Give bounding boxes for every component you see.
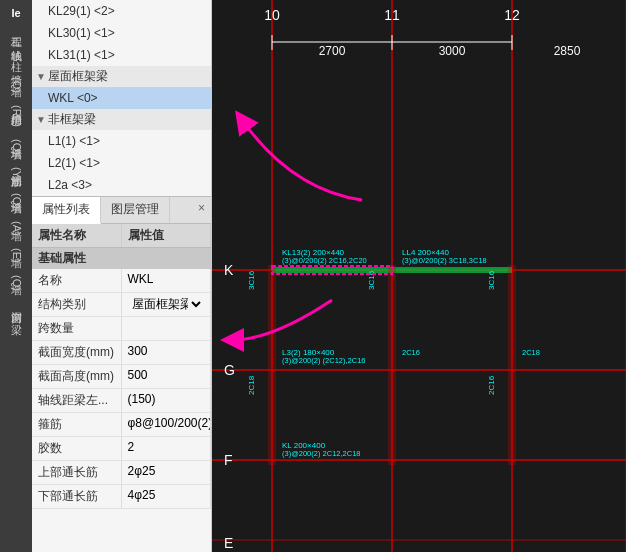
tree-section-nonframe[interactable]: ▼ 非框架梁 <box>32 109 211 130</box>
props-row-span: 跨数量 <box>32 317 211 341</box>
tab-prop-list[interactable]: 属性列表 <box>32 197 101 224</box>
props-row-stirrup: 箍筋 φ8@100/200(2) <box>32 413 211 437</box>
sidebar-item-wall-e[interactable]: 墙(E) <box>7 244 26 267</box>
sidebar-item-wall-a[interactable]: 墙(A) <box>7 217 26 240</box>
props-cell-axis-label: 轴线距梁左... <box>32 389 122 412</box>
props-header-name: 属性名称 <box>32 224 122 247</box>
struct-type-select[interactable]: 屋面框架梁 非框架梁 框架梁 <box>128 296 205 312</box>
sidebar-item-column[interactable]: 柱 <box>7 49 26 57</box>
tree-item-wkl[interactable]: WKL <0> <box>32 87 211 109</box>
svg-text:(3)@0/200(2) 3C18,3C18: (3)@0/200(2) 3C18,3C18 <box>402 256 487 265</box>
tree-item-l1[interactable]: L1(1) <1> <box>32 130 211 152</box>
props-cell-span-label: 跨数量 <box>32 317 122 340</box>
props-row-width: 截面宽度(mm) 300 <box>32 341 211 365</box>
cad-canvas: 10 11 12 2700 3000 2850 K G F E KL13(2) … <box>212 0 626 552</box>
props-header: 属性名称 属性值 <box>32 224 211 248</box>
svg-text:12: 12 <box>504 7 520 23</box>
props-cell-legs-value[interactable]: 2 <box>122 437 212 460</box>
svg-text:3C16: 3C16 <box>247 270 256 290</box>
props-cell-span-value[interactable] <box>122 317 212 340</box>
sidebar-item-wall-q2[interactable]: 墙(Q) <box>7 271 26 295</box>
tab-layer-mgmt[interactable]: 图层管理 <box>101 197 170 223</box>
tree-item-l2a[interactable]: L2a <3> <box>32 174 211 196</box>
tree-section-nonframe-label: 非框架梁 <box>48 111 96 128</box>
props-row-axis-dist: 轴线距梁左... (150) <box>32 389 211 413</box>
props-cell-legs-label: 胶数 <box>32 437 122 460</box>
props-cell-bot-bar-label: 下部通长筋 <box>32 485 122 508</box>
left-sidebar: Ie 工程 轴线 柱 墙 墙(Q) 门框墙(RF) 填墙(Q) 添加筋(Y) 填… <box>0 0 32 552</box>
props-cell-stirrup-label: 箍筋 <box>32 413 122 436</box>
app-logo: Ie <box>9 5 22 21</box>
props-row-top-bar: 上部通长筋 2φ25 <box>32 461 211 485</box>
svg-text:E: E <box>224 535 233 551</box>
sidebar-item-fill-wall[interactable]: 填墙(Q) <box>7 135 26 159</box>
props-cell-name-value[interactable]: WKL <box>122 269 212 292</box>
middle-panel: KL29(1) <2> KL30(1) <1> KL31(1) <1> ▼ 屋面… <box>32 0 212 552</box>
sidebar-item-engineering[interactable]: 工程 <box>7 25 26 33</box>
props-cell-axis-value[interactable]: (150) <box>122 389 212 412</box>
svg-text:11: 11 <box>384 7 400 23</box>
sidebar-item-door-window[interactable]: 门窗洞 <box>7 299 26 307</box>
svg-text:(3)@200(2) (2C12),2C16: (3)@200(2) (2C12),2C16 <box>282 356 365 365</box>
svg-text:3C16: 3C16 <box>487 270 496 290</box>
sidebar-item-wall-q[interactable]: 墙(Q) <box>7 73 26 97</box>
props-cell-top-bar-value[interactable]: 2φ25 <box>122 461 212 484</box>
props-cell-width-label: 截面宽度(mm) <box>32 341 122 364</box>
svg-text:(3)@200(2) 2C12,2C18: (3)@200(2) 2C12,2C18 <box>282 449 361 458</box>
svg-rect-42 <box>388 265 396 465</box>
props-section-basic: 基础属性 <box>32 248 211 269</box>
tree-section-roof-label: 屋面框架梁 <box>48 68 108 85</box>
svg-text:2700: 2700 <box>319 44 346 58</box>
tree-list: KL29(1) <2> KL30(1) <1> KL31(1) <1> ▼ 屋面… <box>32 0 211 197</box>
props-row-height: 截面高度(mm) 500 <box>32 365 211 389</box>
props-row-struct: 结构类别 屋面框架梁 非框架梁 框架梁 <box>32 293 211 317</box>
props-tabs: 属性列表 图层管理 × <box>32 197 211 224</box>
svg-text:2C18: 2C18 <box>247 375 256 395</box>
svg-text:3000: 3000 <box>439 44 466 58</box>
props-cell-stirrup-value[interactable]: φ8@100/200(2) <box>122 413 212 436</box>
props-cell-bot-bar-value[interactable]: 4φ25 <box>122 485 212 508</box>
props-cell-top-bar-label: 上部通长筋 <box>32 461 122 484</box>
tree-arrow-roof: ▼ <box>36 71 46 82</box>
props-row-name: 名称 WKL <box>32 269 211 293</box>
tree-item-kl31[interactable]: KL31(1) <1> <box>32 44 211 66</box>
svg-rect-41 <box>268 265 276 465</box>
svg-text:F: F <box>224 452 233 468</box>
props-cell-struct-value[interactable]: 屋面框架梁 非框架梁 框架梁 <box>122 293 212 316</box>
svg-text:2C16: 2C16 <box>487 375 496 395</box>
sidebar-item-add-bar[interactable]: 添加筋(Y) <box>7 163 26 186</box>
svg-text:10: 10 <box>264 7 280 23</box>
sidebar-item-door-rf[interactable]: 门框墙(RF) <box>7 101 26 131</box>
props-cell-height-label: 截面高度(mm) <box>32 365 122 388</box>
tree-section-roof[interactable]: ▼ 屋面框架梁 <box>32 66 211 87</box>
tree-item-kl29[interactable]: KL29(1) <2> <box>32 0 211 22</box>
svg-text:2C16: 2C16 <box>402 348 420 357</box>
props-row-legs: 胶数 2 <box>32 437 211 461</box>
props-header-value: 属性值 <box>122 224 212 247</box>
props-body: 基础属性 名称 WKL 结构类别 屋面框架梁 非框架梁 框架梁 跨数量 <box>32 248 211 552</box>
svg-text:(3)@0/200(2) 2C16,2C20: (3)@0/200(2) 2C16,2C20 <box>282 256 367 265</box>
close-props-button[interactable]: × <box>192 197 211 223</box>
props-cell-width-value[interactable]: 300 <box>122 341 212 364</box>
sidebar-item-beam[interactable]: 梁 <box>7 311 26 319</box>
props-cell-struct-label: 结构类别 <box>32 293 122 316</box>
props-cell-height-value[interactable]: 500 <box>122 365 212 388</box>
sidebar-item-axis[interactable]: 轴线 <box>7 37 26 45</box>
svg-text:K: K <box>224 262 234 278</box>
svg-text:2C18: 2C18 <box>522 348 540 357</box>
tree-item-l2[interactable]: L2(1) <1> <box>32 152 211 174</box>
svg-text:2850: 2850 <box>554 44 581 58</box>
tree-item-kl30[interactable]: KL30(1) <1> <box>32 22 211 44</box>
cad-view: 10 11 12 2700 3000 2850 K G F E KL13(2) … <box>212 0 626 552</box>
properties-panel: 属性列表 图层管理 × 属性名称 属性值 基础属性 名称 WKL 结构类别 屋面… <box>32 197 211 552</box>
svg-rect-43 <box>508 265 516 465</box>
sidebar-item-wall[interactable]: 墙 <box>7 61 26 69</box>
tree-arrow-nonframe: ▼ <box>36 114 46 125</box>
svg-text:G: G <box>224 362 235 378</box>
sidebar-item-fill-wall2[interactable]: 填墙(Q) <box>7 189 26 213</box>
props-row-bot-bar: 下部通长筋 4φ25 <box>32 485 211 509</box>
props-cell-name-label: 名称 <box>32 269 122 292</box>
